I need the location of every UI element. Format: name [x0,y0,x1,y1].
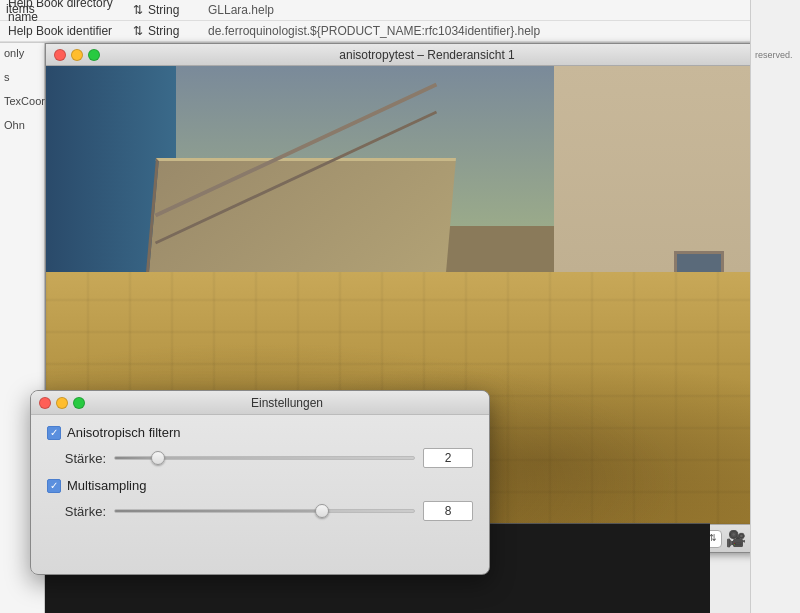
sidebar-item: s [4,71,40,83]
right-sidebar: reserved. [750,0,800,613]
dialog-traffic-lights [39,397,85,409]
traffic-lights [54,49,100,61]
multisampling-checkbox[interactable]: ✓ [47,479,61,493]
strength-slider-1[interactable] [114,456,415,460]
strength-label-2: Stärke: [51,504,106,519]
strength-label-1: Stärke: [51,451,106,466]
sort-icon: ⇅ [128,3,148,17]
minimize-button[interactable] [71,49,83,61]
property-type: String [148,24,208,38]
table-row: Help Book directory name ⇅ String GLLara… [0,0,800,21]
property-value: GLLara.help [208,3,792,17]
dialog-content: ✓ Anisotropisch filtern Stärke: 2 ✓ Mult… [31,415,489,541]
dialog-maximize-button[interactable] [73,397,85,409]
close-button[interactable] [54,49,66,61]
settings-dialog: Einstellungen ✓ Anisotropisch filtern St… [30,390,490,575]
dialog-titlebar: Einstellungen [31,391,489,415]
sidebar-item: TexCoor [4,95,40,107]
strength-row-2: Stärke: 8 [47,501,473,521]
strength-row-1: Stärke: 2 [47,448,473,468]
slider-thumb-2[interactable] [315,504,329,518]
strength-value-1[interactable]: 2 [423,448,473,468]
property-name: Help Book identifier [8,24,128,38]
dropdown-arrows: ⇅ [709,533,717,543]
slider-thumb-1[interactable] [151,451,165,465]
render-titlebar: anisotropytest – Renderansicht 1 [46,44,754,66]
anisotropic-checkbox[interactable]: ✓ [47,426,61,440]
dialog-title: Einstellungen [93,396,481,410]
camera-icon: 🎥 [726,529,746,548]
strength-slider-2[interactable] [114,509,415,513]
reserved-text: reserved. [755,50,796,60]
property-value: de.ferroquinologist.${PRODUCT_NAME:rfc10… [208,24,792,38]
multisampling-label: Multisampling [67,478,146,493]
window-title: anisotropytest – Renderansicht 1 [108,48,746,62]
table-row: Help Book identifier ⇅ String de.ferroqu… [0,21,800,42]
dialog-close-button[interactable] [39,397,51,409]
sort-icon: ⇅ [128,24,148,38]
sidebar-item: Ohn [4,119,40,131]
multisampling-row: ✓ Multisampling [47,478,473,493]
sidebar-item: only [4,47,40,59]
strength-value-2[interactable]: 8 [423,501,473,521]
anisotropic-row: ✓ Anisotropisch filtern [47,425,473,440]
property-type: String [148,3,208,17]
items-label: items [0,0,41,18]
slider-fill-2 [115,510,324,512]
maximize-button[interactable] [88,49,100,61]
dialog-minimize-button[interactable] [56,397,68,409]
anisotropic-label: Anisotropisch filtern [67,425,180,440]
property-table: Help Book directory name ⇅ String GLLara… [0,0,800,43]
